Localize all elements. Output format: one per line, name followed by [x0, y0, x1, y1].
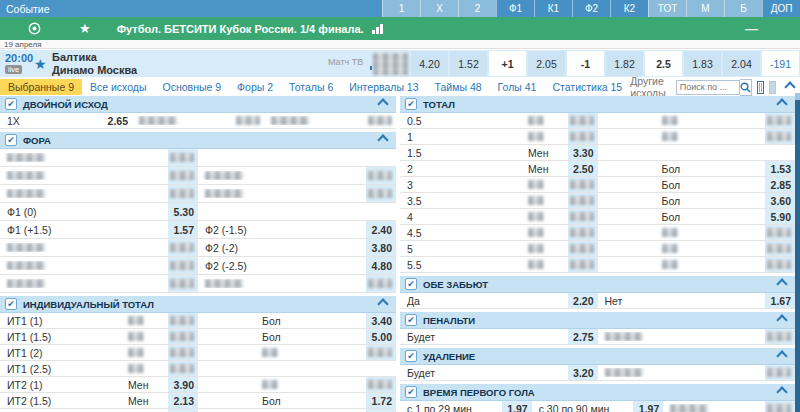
odds-cell[interactable]: -191 [762, 51, 799, 76]
outcome-value-button[interactable]: 2.20 [568, 293, 598, 308]
row-half-right: Бол5.90 [598, 209, 796, 224]
outcome-value-button[interactable]: 2.40 [366, 221, 396, 238]
odds-cell[interactable]: +1 [489, 51, 526, 76]
outcome-value-button[interactable]: 5.00 [366, 329, 396, 344]
checkbox-checked-icon[interactable]: ✔ [5, 298, 17, 310]
outcome-value-button[interactable]: 2.50 [568, 161, 598, 176]
match-favorite-star-icon[interactable]: ★ [34, 56, 47, 72]
outcome-value-button[interactable]: 2.85 [765, 177, 795, 192]
collapse-chevron-icon[interactable] [377, 134, 388, 145]
blurred-cell [205, 171, 243, 180]
outcome-value-button[interactable]: 3.80 [366, 239, 396, 256]
outcome-value-button[interactable]: 5.30 [168, 203, 198, 220]
tab-основные-9[interactable]: Основные 9 [155, 79, 230, 95]
market-header-handicap[interactable]: ✔ФОРА [0, 132, 396, 149]
outcome-label: с 1 по 29 мин [400, 403, 502, 412]
odds-cell[interactable]: 2.05 [528, 51, 565, 76]
over-under-label: Бол [198, 395, 366, 407]
outcome-value-button[interactable]: 3.30 [568, 145, 598, 160]
column-header-Ф1: Ф1 [496, 0, 534, 17]
live-tracker-icon[interactable] [28, 22, 41, 35]
market-header-penalty[interactable]: ✔ПЕНАЛЬТИ [400, 312, 795, 329]
two-column-view-icon[interactable] [757, 81, 765, 94]
tab-все-исходы[interactable]: Все исходы [82, 79, 155, 95]
outcome-value-button[interactable]: 1.53 [765, 161, 795, 176]
odds-cell[interactable]: 2.5 [645, 51, 682, 76]
market-row: Ф2 (-2.5)4.80 [0, 257, 396, 275]
outcome-value-button[interactable]: 3.90 [168, 377, 198, 392]
outcome-label [198, 279, 366, 288]
odds-cell[interactable]: 2.04 [723, 51, 760, 76]
collapse-chevron-icon[interactable] [776, 98, 787, 109]
match-teams[interactable]: Балтика Динамо Москва [52, 51, 137, 77]
outcome-value-button[interactable]: 1.57 [168, 221, 198, 238]
outcome-value-button[interactable]: 1.72 [366, 393, 396, 408]
search-icon[interactable] [740, 79, 752, 96]
row-half-left: 5.5 [400, 257, 598, 272]
outcome-value-button[interactable]: 1.97 [633, 401, 663, 412]
collapse-all-icon[interactable] [784, 81, 794, 93]
collapse-chevron-icon[interactable] [776, 350, 787, 361]
outcome-label: 5.5 [400, 259, 528, 271]
market-header-total[interactable]: ✔ТОТАЛ [400, 96, 795, 113]
blurred-cell [205, 279, 243, 288]
column-header-ТОТ: ТОТ [648, 0, 686, 17]
collapse-chevron-icon[interactable] [776, 278, 787, 289]
market-header-first-goal-time[interactable]: ✔ВРЕМЯ ПЕРВОГО ГОЛА [400, 384, 795, 401]
outcome-label [264, 116, 366, 125]
outcome-label: 4.5 [400, 227, 528, 239]
tab-таймы-48[interactable]: Таймы 48 [427, 79, 490, 95]
checkbox-checked-icon[interactable]: ✔ [405, 314, 417, 326]
collapse-chevron-icon[interactable] [377, 98, 388, 109]
one-column-view-icon[interactable] [769, 81, 776, 94]
favorite-star-icon[interactable]: ★ [79, 22, 91, 35]
outcome-value-button[interactable]: 3.20 [568, 365, 598, 380]
market-header-individual-total[interactable]: ✔ИНДИВИДУАЛЬНЫЙ ТОТАЛ [0, 296, 396, 313]
outcome-value-button[interactable]: 1.67 [765, 293, 795, 308]
outcome-value-button [366, 361, 396, 376]
checkbox-checked-icon[interactable]: ✔ [5, 98, 17, 110]
row-half-left: ИТ1 (1.5) [0, 329, 198, 344]
tab-тоталы-6[interactable]: Тоталы 6 [281, 79, 341, 95]
checkbox-checked-icon[interactable]: ✔ [5, 134, 17, 146]
collapse-chevron-icon[interactable] [776, 386, 787, 397]
market-header-both-score[interactable]: ✔ОБЕ ЗАБЬЮТ [400, 276, 795, 293]
odds-cell[interactable]: 1.83 [684, 51, 721, 76]
collapse-chevron-icon[interactable] [776, 314, 787, 325]
market-header-double-chance[interactable]: ✔ДВОЙНОЙ ИСХОД [0, 96, 396, 113]
blurred-cell [170, 279, 194, 288]
outcome-value-button[interactable]: 5.90 [765, 209, 795, 224]
blurred-cell [128, 364, 144, 373]
tab-статистика-15[interactable]: Статистика 15 [544, 79, 630, 95]
column-header-К1: К1 [534, 0, 572, 17]
outcome-value-button[interactable]: 3.60 [765, 193, 795, 208]
outcome-value-button[interactable]: 1.97 [502, 401, 532, 412]
tab-форы-2[interactable]: Форы 2 [229, 79, 281, 95]
blurred-cell [570, 244, 594, 253]
odds-cell[interactable]: 1.52 [450, 51, 487, 76]
outcome-value-button[interactable]: 4.80 [366, 257, 396, 274]
outcome-value-button[interactable]: 3.40 [366, 313, 396, 328]
outcome-value-button [568, 209, 598, 224]
checkbox-checked-icon[interactable]: ✔ [405, 278, 417, 290]
tab-голы-41[interactable]: Голы 41 [490, 79, 545, 95]
stats-bars-icon[interactable] [372, 24, 384, 34]
collapse-chevron-icon[interactable] [377, 298, 388, 309]
outcome-value-button[interactable]: 2.13 [168, 393, 198, 408]
tab-интервалы-13[interactable]: Интервалы 13 [341, 79, 426, 95]
checkbox-checked-icon[interactable]: ✔ [405, 386, 417, 398]
row-half-left: 4 [400, 209, 598, 224]
collapse-league-button[interactable]: — [745, 21, 758, 36]
odds-cell[interactable]: 4.20 [411, 51, 448, 76]
outcome-value-button[interactable]: 2.75 [568, 329, 598, 344]
checkbox-checked-icon[interactable]: ✔ [405, 350, 417, 362]
checkbox-checked-icon[interactable]: ✔ [405, 98, 417, 110]
outcome-label [0, 189, 168, 198]
odds-cell[interactable]: -1 [567, 51, 604, 76]
over-under-label [128, 364, 168, 373]
tab-выбранные-9[interactable]: Выбранные 9 [0, 79, 82, 95]
market-header-red-card[interactable]: ✔УДАЛЕНИЕ [400, 348, 795, 365]
outcome-value-button[interactable]: 2.65 [102, 113, 132, 128]
search-input[interactable] [676, 80, 740, 95]
odds-cell[interactable]: 1.82 [606, 51, 643, 76]
